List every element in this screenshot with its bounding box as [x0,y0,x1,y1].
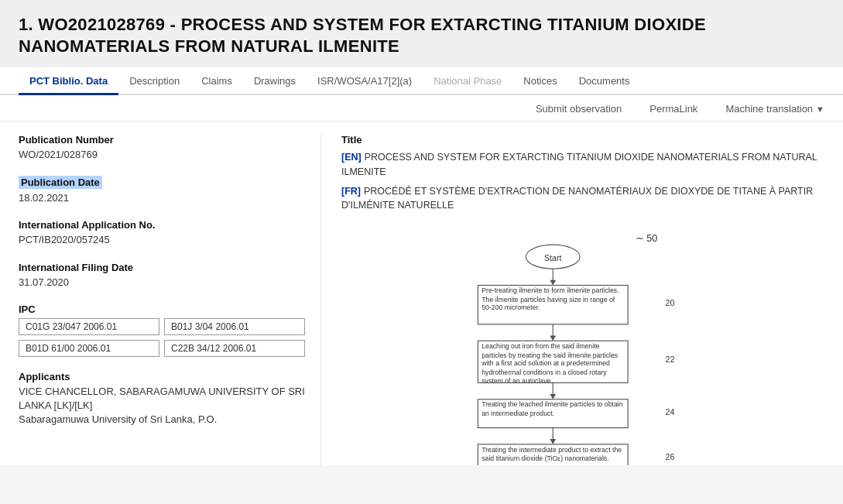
fr-title-text: PROCÉDÉ ET SYSTÈME D'EXTRACTION DE NANOM… [341,186,813,211]
title-field-label: Title [341,134,824,146]
field-publication-number: Publication Number WO/2021/028769 [19,134,305,162]
intl-filing-date-label: International Filing Date [19,262,305,273]
publication-date-label: Publication Date [19,176,102,189]
page-wrapper: 1. WO2021028769 - PROCESS AND SYSTEM FOR… [0,0,843,504]
fr-lang-tag: [FR] [341,186,361,197]
ipc-label: IPC [19,303,305,315]
tab-national-phase: National Phase [423,67,512,95]
title-fr-line: [FR]PROCÉDÉ ET SYSTÈME D'EXTRACTION DE N… [341,184,824,214]
en-title-text: PROCESS AND SYSTEM FOR EXTARCTING TITANI… [341,152,817,177]
flowchart-area: ∼ 50 Start 20 Pre-t [341,225,824,465]
machine-translation-arrow-icon: ▼ [816,105,824,114]
title-section: 1. WO2021028769 - PROCESS AND SYSTEM FOR… [0,0,843,67]
tab-notices[interactable]: Notices [512,67,567,95]
intl-app-no-label: International Application No. [19,219,305,231]
publication-number-value: WO/2021/028769 [19,148,305,162]
field-publication-date: Publication Date 18.02.2021 [19,176,305,205]
ipc-tag-2[interactable]: B01D 61/00 2006.01 [19,340,159,357]
svg-marker-5 [550,280,556,286]
page-title: 1. WO2021028769 - PROCESS AND SYSTEM FOR… [19,14,824,57]
right-column: Title [EN]PROCESS AND SYSTEM FOR EXTARCT… [320,134,824,465]
field-ipc: IPC C01G 23/047 2006.01 B01J 3/04 2006.0… [19,303,305,357]
svg-text:26: 26 [666,452,675,461]
applicants-extra: Sabaragamuwa University of Sri Lanka, P.… [19,413,305,427]
svg-text:20: 20 [666,298,675,307]
intl-filing-date-value: 31.07.2020 [19,276,305,290]
publication-number-label: Publication Number [19,134,305,146]
field-intl-filing-date: International Filing Date 31.07.2020 [19,262,305,290]
intl-app-no-value: PCT/IB2020/057245 [19,233,305,247]
field-applicants: Applicants VICE CHANCELLOR, SABARAGAMUWA… [19,371,305,427]
content-area: Submit observation PermaLink Machine tra… [0,95,843,465]
svg-text:24: 24 [666,407,675,417]
svg-marker-17 [550,439,556,444]
svg-text:Start: Start [544,253,562,262]
ipc-grid: C01G 23/047 2006.01 B01J 3/04 2006.01 B0… [19,318,305,357]
toolbar-row: Submit observation PermaLink Machine tra… [0,95,843,122]
field-intl-app-no: International Application No. PCT/IB2020… [19,219,305,247]
tab-isr[interactable]: ISR/WOSA/A17[2](a) [307,67,423,95]
ipc-tag-1[interactable]: B01J 3/04 2006.01 [164,318,305,335]
svg-marker-13 [550,394,556,399]
svg-text:22: 22 [666,355,675,364]
tab-pct-biblio[interactable]: PCT Biblio. Data [19,67,118,95]
tab-description[interactable]: Description [118,67,190,95]
machine-translation-label: Machine translation [725,103,813,115]
title-en-line: [EN]PROCESS AND SYSTEM FOR EXTARCTING TI… [341,150,824,180]
en-lang-tag: [EN] [341,152,362,163]
svg-text:50: 50 [646,233,657,244]
tabs-bar: PCT Biblio. Data Description Claims Draw… [0,67,843,95]
tab-drawings[interactable]: Drawings [243,67,307,95]
tab-documents[interactable]: Documents [568,67,641,95]
ipc-tag-3[interactable]: C22B 34/12 2006.01 [164,340,305,357]
applicants-label: Applicants [19,371,305,382]
applicants-value: VICE CHANCELLOR, SABARAGAMUWA UNIVERSITY… [19,385,305,413]
left-column: Publication Number WO/2021/028769 Public… [19,134,320,465]
submit-observation-link[interactable]: Submit observation [536,103,622,115]
machine-translation-link[interactable]: Machine translation ▼ [725,103,824,115]
flowchart-svg: ∼ 50 Start 20 Pre-t [341,225,824,465]
ipc-tag-0[interactable]: C01G 23/047 2006.01 [19,318,159,335]
permalink-link[interactable]: PermaLink [649,103,697,115]
main-content: Publication Number WO/2021/028769 Public… [0,122,843,465]
svg-marker-9 [550,335,556,341]
tab-claims[interactable]: Claims [190,67,243,95]
publication-date-value: 18.02.2021 [19,191,305,205]
svg-text:∼: ∼ [636,233,644,244]
